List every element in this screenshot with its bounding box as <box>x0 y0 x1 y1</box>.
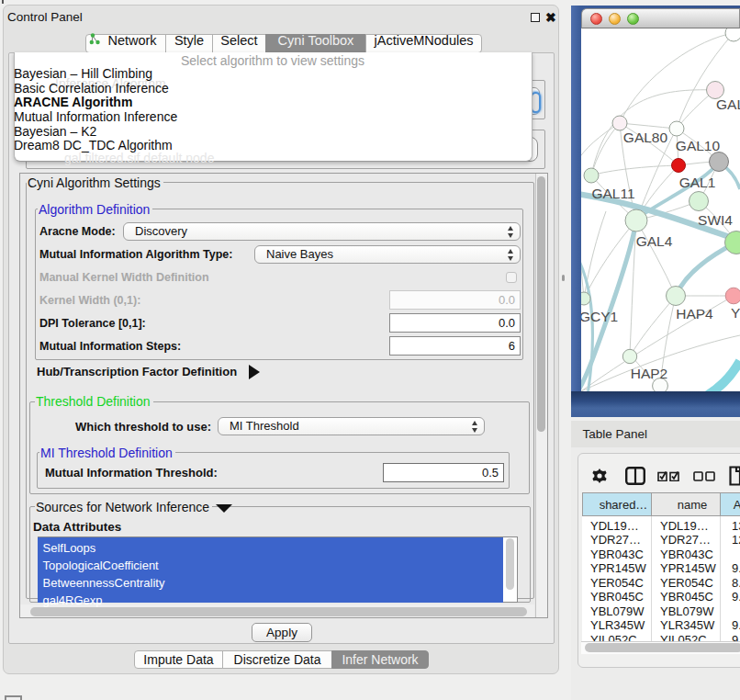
svg-text:GAL7: GAL7 <box>716 96 740 112</box>
svg-text:YM: YM <box>731 305 740 321</box>
svg-text:GAL11: GAL11 <box>591 186 634 201</box>
svg-text:GAL4: GAL4 <box>636 233 673 249</box>
svg-text:HAP4: HAP4 <box>676 306 713 322</box>
svg-text:GAL10: GAL10 <box>676 138 721 153</box>
svg-text:SWI4: SWI4 <box>698 212 733 228</box>
svg-text:HAP2: HAP2 <box>631 366 668 381</box>
svg-text:GAL1: GAL1 <box>679 175 716 190</box>
svg-text:GAL80: GAL80 <box>623 130 668 145</box>
svg-text:GCY1: GCY1 <box>581 309 618 324</box>
